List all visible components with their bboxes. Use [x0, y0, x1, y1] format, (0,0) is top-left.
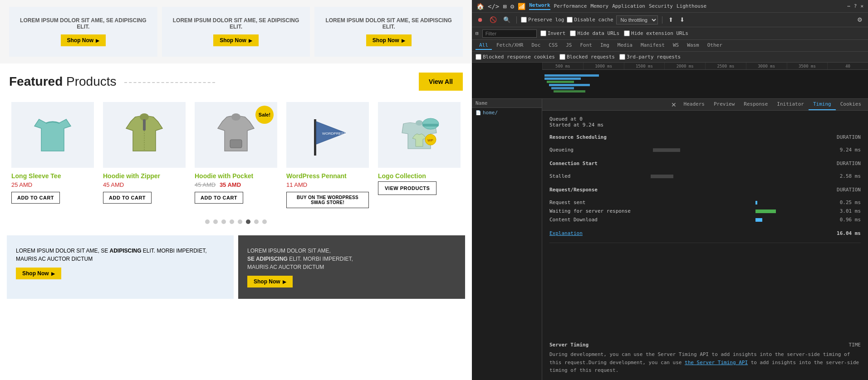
dot-8[interactable] — [262, 219, 267, 224]
preserve-log-label[interactable]: Preserve log — [521, 17, 564, 23]
type-tab-all[interactable]: All — [476, 41, 492, 50]
requests-header[interactable]: Name — [472, 99, 542, 108]
type-tab-font[interactable]: Font — [576, 41, 596, 50]
dot-2[interactable] — [213, 219, 218, 224]
hide-extension-urls-checkbox[interactable] — [624, 30, 630, 36]
throttle-select[interactable]: No throttling — [616, 15, 658, 24]
type-tab-manifest[interactable]: Manifest — [637, 41, 668, 50]
dt-tab-security[interactable]: Security — [649, 3, 673, 9]
hide-extension-urls-label[interactable]: Hide extension URLs — [624, 30, 688, 36]
type-tab-other[interactable]: Other — [704, 41, 726, 50]
detail-tab-headers[interactable]: Headers — [679, 99, 709, 110]
dt-icon-grid[interactable]: ⊞ — [503, 3, 506, 10]
add-to-cart-btn-1[interactable]: ADD TO CART — [11, 192, 60, 204]
blocked-requests-label[interactable]: Blocked requests — [559, 54, 615, 60]
record-button[interactable]: ⏺ — [476, 15, 485, 24]
type-tab-doc[interactable]: Doc — [528, 41, 544, 50]
export-button[interactable]: ⬇ — [678, 15, 687, 24]
settings-button[interactable]: ⚙ — [855, 15, 864, 24]
dt-tab-memory[interactable]: Memory — [590, 3, 608, 9]
featured-title: Featured Products — [9, 74, 215, 89]
detail-tab-response[interactable]: Response — [739, 99, 772, 110]
dt-icon-wifi[interactable]: 📶 — [518, 3, 525, 10]
dt-icon-close[interactable]: ✕ — [860, 3, 863, 9]
dt-icon-question[interactable]: ? — [854, 3, 857, 9]
sale-badge: Sale! — [255, 106, 274, 124]
add-to-cart-btn-3[interactable]: ADD TO CART — [195, 192, 243, 204]
stalled-bar-cell — [651, 172, 760, 180]
preserve-log-checkbox[interactable] — [521, 17, 527, 23]
dt-tab-performance[interactable]: Performance — [554, 3, 587, 9]
stalled-bar — [651, 175, 673, 178]
banner-2-text: LOREM IPSUM DOLOR SIT AME, SE ADIPISCING… — [169, 17, 304, 30]
type-tab-wasm[interactable]: Wasm — [683, 41, 703, 50]
dot-7[interactable] — [254, 219, 259, 224]
dot-5[interactable] — [238, 219, 242, 224]
dot-6[interactable] — [246, 219, 250, 224]
search-button[interactable]: 🔍 — [501, 15, 512, 24]
import-button[interactable]: ⬆ — [667, 15, 675, 24]
bottom-banner-light-btn[interactable]: Shop Now — [16, 268, 61, 279]
dot-1[interactable] — [205, 219, 210, 224]
type-tab-ws[interactable]: WS — [669, 41, 682, 50]
banner-1-shop-btn[interactable]: Shop Now — [61, 34, 106, 46]
third-party-label[interactable]: 3rd-party requests — [619, 54, 681, 60]
detail-tab-initiator[interactable]: Initiator — [772, 99, 809, 110]
request-name-home: home/ — [483, 110, 498, 116]
tick-1: 500 ms — [542, 63, 583, 69]
blocked-cookies-checkbox[interactable] — [476, 54, 481, 60]
request-item-home[interactable]: 📄 home/ — [472, 108, 542, 117]
disable-cache-checkbox[interactable] — [567, 17, 573, 23]
banner-1: LOREM IPSUM DOLOR SIT AME, SE ADIPISCING… — [9, 7, 157, 57]
dt-tab-lighthouse[interactable]: Lighthouse — [677, 3, 706, 9]
dot-3[interactable] — [221, 219, 226, 224]
banner-2-shop-btn[interactable]: Shop Now — [213, 34, 259, 46]
dt-icon-code[interactable]: </> — [488, 3, 499, 10]
invert-label[interactable]: Invert — [540, 30, 566, 36]
type-tab-fetch[interactable]: Fetch/XHR — [493, 41, 527, 50]
stalled-label: Stalled — [549, 172, 651, 180]
svg-point-2 — [231, 113, 240, 121]
detail-close-btn[interactable]: ✕ — [668, 99, 679, 110]
product-image-3: Sale! — [195, 102, 277, 168]
detail-tab-preview[interactable]: Preview — [709, 99, 739, 110]
products-row: Long Sleeve Tee 25 AMD ADD TO CART Hoodi… — [0, 97, 472, 213]
dot-4[interactable] — [230, 219, 234, 224]
banner-3-shop-btn[interactable]: Shop Now — [366, 34, 412, 46]
connection-start-section: Connection Start DURATION Stalled 2.58 m… — [549, 161, 861, 180]
bottom-banner-dark-btn[interactable]: Shop Now — [247, 276, 293, 287]
server-timing-api-link[interactable]: the Server Timing API — [685, 360, 748, 365]
product-card-1: Long Sleeve Tee 25 AMD ADD TO CART — [7, 97, 98, 213]
type-tab-css[interactable]: CSS — [545, 41, 561, 50]
dt-icon-more[interactable]: ⋯ — [847, 3, 850, 9]
detail-tab-timing[interactable]: Timing — [809, 99, 836, 110]
view-products-btn-5[interactable]: VIEW PRODUCTS — [378, 181, 436, 195]
dt-icon-cursor[interactable]: ⚙ — [510, 3, 514, 10]
svg-text:WORDPRESS: WORDPRESS — [322, 132, 346, 136]
blocked-cookies-label[interactable]: Blocked response cookies — [476, 54, 555, 60]
filter-input[interactable] — [482, 29, 537, 38]
dt-tab-network[interactable]: Network — [529, 2, 550, 10]
type-tab-img[interactable]: Img — [597, 41, 613, 50]
clear-button[interactable]: 🚫 — [488, 15, 499, 24]
product-svg-2 — [122, 110, 167, 160]
hide-data-urls-checkbox[interactable] — [570, 30, 576, 36]
total-row: Explanation 16.04 ms — [549, 230, 861, 236]
hide-data-urls-label[interactable]: Hide data URLs — [570, 30, 619, 36]
buy-btn-4[interactable]: BUY ON THE WORDPRESS SWAG STORE! — [286, 192, 369, 208]
add-to-cart-btn-2[interactable]: ADD TO CART — [103, 192, 152, 204]
explanation-link[interactable]: Explanation — [549, 230, 583, 236]
disable-cache-label[interactable]: Disable cache — [567, 17, 613, 23]
type-tab-js[interactable]: JS — [562, 41, 575, 50]
dt-icon-home[interactable]: 🏠 — [476, 3, 484, 10]
third-party-checkbox[interactable] — [619, 54, 625, 60]
view-all-button[interactable]: View All — [419, 73, 463, 91]
svg-text:WP: WP — [427, 138, 434, 142]
blocked-requests-checkbox[interactable] — [559, 54, 565, 60]
dt-tab-application[interactable]: Application — [612, 3, 645, 9]
type-tab-media[interactable]: Media — [614, 41, 636, 50]
invert-checkbox[interactable] — [540, 30, 546, 36]
resource-scheduling-section: Resource Scheduling DURATION Queueing 9.… — [549, 134, 861, 154]
detail-tab-cookies[interactable]: Cookies — [836, 99, 866, 110]
detail-tabs: ✕ Headers Preview Response Initiator Tim… — [542, 99, 868, 111]
